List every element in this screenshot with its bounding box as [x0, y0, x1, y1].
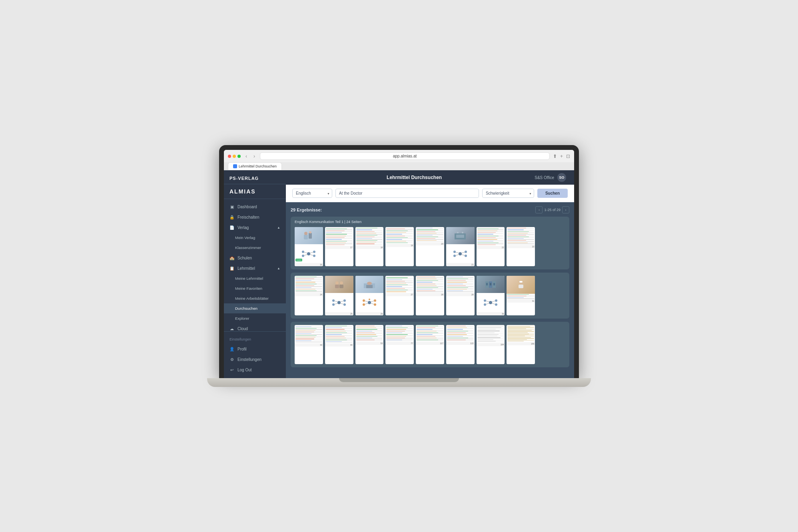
page-line: [507, 334, 529, 334]
sidebar-item-einstellungen[interactable]: ⚙ Einstellungen: [224, 354, 286, 365]
svg-point-47: [369, 299, 370, 300]
sidebar-item-explorer[interactable]: Explorer: [224, 313, 286, 323]
page-line: [356, 237, 375, 237]
extensions-icon[interactable]: ⊡: [566, 153, 570, 159]
page-thumb-22[interactable]: 22: [477, 227, 505, 266]
page-thumb-29[interactable]: 29: [446, 276, 475, 315]
page-thumb-17[interactable]: 17: [325, 227, 353, 266]
page-line: [507, 333, 534, 334]
page-thumb-28[interactable]: 28: [416, 276, 444, 315]
page-line: [447, 338, 468, 338]
sidebar-item-cloud[interactable]: ☁ Cloud: [224, 323, 286, 331]
book-section-1: Englisch Kommunikation Teil 1 | 24 Seite…: [291, 217, 569, 269]
page-thumb-25[interactable]: 25: [325, 276, 353, 315]
page-thumb-26[interactable]: 26: [355, 276, 384, 315]
tab-bar: Lehrmittel Durchsuchen: [224, 162, 574, 170]
sidebar-item-schulen[interactable]: 🏫 Schulen: [224, 253, 286, 263]
page-line: [295, 336, 322, 337]
page-line: [417, 239, 443, 239]
page-line: [507, 332, 527, 333]
page-thumb-155[interactable]: 155: [507, 325, 535, 364]
page-line: [507, 296, 526, 296]
page-thumb-122[interactable]: 122: [446, 325, 475, 364]
page-line: [417, 337, 443, 337]
search-input[interactable]: [335, 189, 479, 198]
page-thumb-53[interactable]: 53: [355, 325, 384, 364]
sidebar-item-dashboard[interactable]: ▣ Dashboard: [224, 201, 286, 212]
page-line: [326, 229, 347, 229]
page-thumb-77[interactable]: 77: [385, 325, 414, 364]
search-button[interactable]: Suchen: [537, 189, 568, 198]
page-thumb-27[interactable]: 27: [385, 276, 414, 315]
page-thumb-31[interactable]: 31: [507, 276, 535, 315]
page-thumb-16[interactable]: Leicht 16: [295, 227, 323, 266]
browser-actions: ⬆ + ⊡: [553, 153, 570, 159]
svg-rect-0: [304, 235, 308, 239]
sidebar-item-profil[interactable]: 👤 Profil: [224, 344, 286, 354]
difficulty-select[interactable]: Schwierigkeit Leicht Mittel Schwer: [482, 189, 534, 198]
page-thumb-24[interactable]: 24: [295, 276, 323, 315]
minimize-window-btn[interactable]: [233, 155, 236, 158]
user-avatar[interactable]: SO: [557, 173, 566, 182]
page-line: [386, 341, 413, 341]
page-line: [507, 233, 527, 233]
sidebar-item-freischalten[interactable]: 🔒 Freischalten: [224, 212, 286, 222]
page-thumb-20[interactable]: 20: [416, 227, 444, 266]
active-tab[interactable]: Lehrmittel Durchsuchen: [228, 162, 282, 170]
sidebar-item-lehrmittel[interactable]: 📋 Lehrmittel ▲: [224, 263, 286, 273]
page-thumb-30[interactable]: 30: [477, 276, 505, 315]
url-bar[interactable]: app.almias.at: [260, 152, 550, 160]
page-line: [447, 335, 474, 336]
page-thumb-44[interactable]: 44: [325, 325, 353, 364]
page-line: [477, 331, 500, 331]
page-line: [356, 231, 375, 232]
svg-line-35: [335, 301, 337, 302]
page-line: [507, 237, 529, 237]
page-thumb-43[interactable]: 43: [295, 325, 323, 364]
page-line: [386, 233, 413, 233]
sidebar-item-verlag[interactable]: 📄 Verlag ▲: [224, 222, 286, 233]
page-line: [447, 332, 474, 332]
page-line: [447, 288, 474, 289]
school-icon: 🏫: [229, 255, 234, 260]
maximize-window-btn[interactable]: [237, 155, 241, 158]
add-tab-icon[interactable]: +: [560, 153, 563, 159]
sidebar-item-klassenzimmer[interactable]: Klassenzimmer: [224, 243, 286, 253]
page-thumb-117[interactable]: 117: [416, 325, 444, 364]
page-line: [386, 288, 405, 289]
sidebar-item-meine-lehrmittel[interactable]: Meine Lehrmittel: [224, 273, 286, 283]
page-line: [417, 335, 443, 336]
page-line: [477, 339, 493, 340]
page-line: [295, 287, 311, 288]
sidebar-item-logout[interactable]: ↩ Log Out: [224, 365, 286, 375]
page-thumb-21[interactable]: 21: [446, 227, 475, 266]
page-thumb-23[interactable]: 23: [507, 227, 535, 266]
page-line: [386, 333, 413, 334]
language-select[interactable]: Englisch Deutsch Französisch: [292, 189, 332, 198]
page-number-23: 23: [507, 245, 535, 248]
sidebar-item-durchsuchen[interactable]: Durchsuchen: [224, 303, 286, 313]
page-thumb-18[interactable]: 18: [355, 227, 384, 266]
page-line: [356, 334, 376, 335]
sidebar-item-mein-verlag[interactable]: Mein Verlag: [224, 233, 286, 243]
forward-button[interactable]: ›: [252, 153, 257, 160]
svg-rect-41: [366, 285, 373, 288]
share-icon[interactable]: ⬆: [553, 153, 557, 159]
page-line: [386, 236, 405, 236]
page-line: [386, 281, 405, 281]
page-line: [295, 282, 315, 282]
sidebar-label-klassenzimmer: Klassenzimmer: [235, 245, 261, 250]
page-line: [356, 336, 377, 337]
back-button[interactable]: ‹: [244, 153, 249, 160]
page-line: [507, 336, 525, 336]
page-line: [295, 329, 322, 329]
sidebar-item-meine-arbeitsblatter[interactable]: Meine Arbeitsblätter: [224, 293, 286, 303]
page-thumb-184[interactable]: 184: [477, 325, 505, 364]
page-thumb-19[interactable]: 19: [385, 227, 414, 266]
sidebar-item-meine-favoriten[interactable]: Meine Favoriten: [224, 283, 286, 293]
page-line: [295, 286, 322, 287]
next-page-button[interactable]: ›: [562, 206, 569, 213]
close-window-btn[interactable]: [228, 155, 231, 158]
page-number-22: 22: [477, 246, 505, 249]
prev-page-button[interactable]: ‹: [535, 206, 543, 213]
